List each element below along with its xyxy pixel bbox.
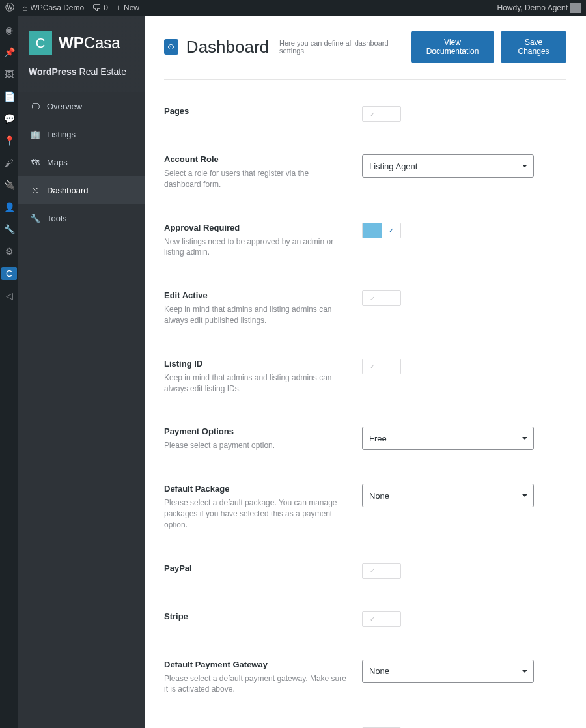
comments-link[interactable]: 🗨0: [92, 3, 108, 13]
wp-menu-appearance-icon[interactable]: 🖌: [3, 156, 16, 169]
wp-menu-wpcasa-icon[interactable]: C: [1, 267, 17, 280]
wrench-icon: 🔧: [30, 214, 40, 223]
brand-badge: C: [29, 31, 52, 55]
brand-header: C WPCasa WordPress Real Estate: [18, 16, 145, 92]
monitor-icon: 🖵: [30, 102, 40, 111]
setting-paypal: PayPal ✓: [164, 563, 566, 579]
app-sidebar: C WPCasa WordPress Real Estate 🖵Overview…: [18, 16, 145, 728]
wp-menu-users-icon[interactable]: 👤: [3, 201, 16, 214]
setting-default-package-desc: Please select a default package. You can…: [164, 497, 346, 530]
setting-default-package-title: Default Package: [164, 484, 346, 494]
howdy-link[interactable]: Howdy, Demo Agent: [497, 3, 581, 13]
setting-edit-active-title: Edit Active: [164, 290, 346, 300]
nav-maps-label: Maps: [47, 158, 68, 167]
nav-overview[interactable]: 🖵Overview: [18, 92, 145, 120]
wp-menu-comments-icon[interactable]: 💬: [3, 112, 16, 125]
wp-menu-media-icon[interactable]: 🖼: [3, 68, 16, 81]
nav-dashboard[interactable]: ⏲Dashboard: [18, 176, 145, 204]
setting-paypal-title: PayPal: [164, 563, 346, 573]
toggle-pages[interactable]: ✓: [362, 106, 401, 122]
comments-count: 0: [104, 3, 108, 12]
save-changes-button[interactable]: Save Changes: [501, 31, 566, 63]
setting-default-gateway-desc: Please select a default payment gateway.…: [164, 673, 346, 695]
nav-dashboard-label: Dashboard: [47, 186, 89, 195]
setting-account-role-title: Account Role: [164, 154, 346, 164]
toggle-edit-active[interactable]: ✓: [362, 290, 401, 306]
wp-menu-collapse-icon[interactable]: ◁: [3, 289, 16, 302]
nav-tools[interactable]: 🔧Tools: [18, 204, 145, 232]
wp-menu-plugins-icon[interactable]: 🔌: [3, 178, 16, 191]
wp-menu-posts-icon[interactable]: 📌: [3, 46, 16, 59]
plus-icon: +: [116, 3, 121, 13]
howdy-text: Howdy, Demo Agent: [497, 3, 568, 12]
check-icon: ✓: [363, 291, 382, 305]
setting-payment-options: Payment Options Please select a payment …: [164, 427, 566, 451]
setting-approval-desc: New listings need to be approved by an a…: [164, 236, 346, 259]
nav-listings[interactable]: 🏢Listings: [18, 120, 145, 148]
setting-listing-id-title: Listing ID: [164, 359, 346, 369]
setting-default-gateway-title: Default Payment Gateway: [164, 660, 346, 669]
check-icon: ✓: [363, 107, 382, 121]
gauge-icon: ⏲: [30, 186, 40, 195]
setting-payment-options-title: Payment Options: [164, 427, 346, 436]
setting-payment-options-desc: Please select a payment option.: [164, 440, 346, 451]
wp-menu-dashboard-icon[interactable]: ◉: [3, 23, 16, 36]
site-link[interactable]: ⌂WPCasa Demo: [22, 3, 84, 13]
nav-maps[interactable]: 🗺Maps: [18, 148, 145, 176]
page-subtitle: Here you can define all dashboard settin…: [279, 39, 403, 55]
select-payment-options[interactable]: Free: [362, 427, 534, 450]
check-icon: ✓: [363, 564, 382, 578]
select-default-package[interactable]: None: [362, 484, 534, 507]
brand-name: WPCasa: [59, 34, 120, 52]
page-title: Dashboard: [186, 37, 269, 57]
wp-menu-listings-icon[interactable]: 📍: [3, 134, 16, 147]
wp-menu-settings-icon[interactable]: ⚙: [3, 245, 16, 258]
brand-tagline: WordPress Real Estate: [29, 66, 134, 77]
new-link[interactable]: +New: [116, 3, 139, 13]
setting-default-package: Default Package Please select a default …: [164, 484, 566, 530]
select-account-role[interactable]: Listing Agent: [362, 154, 534, 178]
wp-logo-menu[interactable]: ⓦ: [5, 2, 14, 14]
map-icon: 🗺: [30, 158, 40, 167]
setting-edit-active: Edit Active Keep in mind that admins and…: [164, 290, 566, 326]
setting-stripe-title: Stripe: [164, 611, 346, 621]
select-default-gateway[interactable]: None: [362, 660, 534, 683]
site-name: WPCasa Demo: [30, 3, 84, 12]
wp-admin-menu: ◉ 📌 🖼 📄 💬 📍 🖌 🔌 👤 🔧 ⚙ C ◁: [0, 16, 18, 728]
check-icon: ✓: [382, 223, 400, 238]
setting-pages: Pages ✓: [164, 106, 566, 122]
page-header: ⏲ Dashboard Here you can define all dash…: [164, 31, 566, 80]
nav-tools-label: Tools: [47, 214, 66, 223]
toggle-listing-id[interactable]: ✓: [362, 359, 401, 374]
setting-listing-id: Listing ID Keep in mind that admins and …: [164, 359, 566, 395]
wp-menu-pages-icon[interactable]: 📄: [3, 90, 16, 103]
nav-listings-label: Listings: [47, 130, 76, 139]
setting-stripe: Stripe ✓: [164, 611, 566, 627]
check-icon: ✓: [363, 612, 382, 626]
view-docs-button[interactable]: View Documentation: [411, 31, 494, 63]
setting-pages-title: Pages: [164, 106, 346, 116]
setting-account-role-desc: Select a role for users that register vi…: [164, 168, 346, 190]
setting-default-gateway: Default Payment Gateway Please select a …: [164, 660, 566, 695]
avatar: [570, 3, 581, 13]
setting-listing-id-desc: Keep in mind that admins and listing adm…: [164, 372, 346, 395]
new-label: New: [124, 3, 139, 12]
main-content: ⏲ Dashboard Here you can define all dash…: [145, 16, 586, 728]
app-nav: 🖵Overview 🏢Listings 🗺Maps ⏲Dashboard 🔧To…: [18, 92, 145, 232]
wordpress-icon: ⓦ: [5, 2, 14, 14]
home-icon: ⌂: [22, 3, 27, 13]
comment-icon: 🗨: [92, 3, 101, 13]
toggle-approval[interactable]: ✓: [362, 223, 401, 238]
nav-overview-label: Overview: [47, 102, 82, 111]
buildings-icon: 🏢: [30, 130, 40, 139]
gauge-icon: ⏲: [164, 39, 178, 55]
setting-account-role: Account Role Select a role for users tha…: [164, 154, 566, 190]
admin-bar: ⓦ ⌂WPCasa Demo 🗨0 +New Howdy, Demo Agent: [0, 0, 586, 16]
check-icon: ✓: [363, 359, 382, 374]
toggle-stripe[interactable]: ✓: [362, 611, 401, 627]
setting-approval-title: Approval Required: [164, 223, 346, 232]
setting-approval: Approval Required New listings need to b…: [164, 223, 566, 259]
toggle-paypal[interactable]: ✓: [362, 563, 401, 579]
setting-edit-active-desc: Keep in mind that admins and listing adm…: [164, 304, 346, 326]
wp-menu-tools-icon[interactable]: 🔧: [3, 223, 16, 236]
